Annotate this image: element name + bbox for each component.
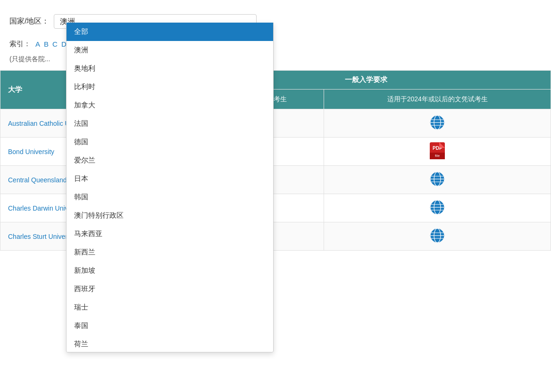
index-link-B[interactable]: B bbox=[43, 40, 50, 48]
index-label: 索引： bbox=[9, 40, 31, 49]
dropdown-item[interactable]: 澳洲 bbox=[67, 41, 273, 59]
dropdown-item[interactable]: 澳门特别行政区 bbox=[67, 206, 273, 225]
after-2024-cell bbox=[324, 109, 551, 138]
dropdown-item[interactable]: 荷兰 bbox=[67, 335, 273, 352]
after-2024-cell: PDF file bbox=[324, 138, 551, 166]
after-2024-cell bbox=[324, 222, 551, 251]
svg-text:file: file bbox=[435, 154, 440, 158]
web-icon[interactable] bbox=[430, 200, 445, 215]
dropdown-item[interactable]: 泰国 bbox=[67, 317, 273, 335]
dropdown-item[interactable]: 新西兰 bbox=[67, 243, 273, 261]
col-header-after-2024: 适用于2024年或以后的文凭试考生 bbox=[324, 90, 551, 109]
dropdown-item[interactable]: 法国 bbox=[67, 114, 273, 133]
dropdown-item[interactable]: 爱尔兰 bbox=[67, 151, 273, 170]
page-container: 国家/地区： 澳洲 ⌄ 索引： ABCDEFGHIJKLMNOPQRSTUVWX… bbox=[0, 0, 551, 260]
dropdown-item[interactable]: 德国 bbox=[67, 133, 273, 151]
dropdown-item[interactable]: 全部 bbox=[67, 23, 273, 41]
web-icon[interactable] bbox=[430, 115, 445, 130]
dropdown-item[interactable]: 日本 bbox=[67, 170, 273, 188]
dropdown-item[interactable]: 比利时 bbox=[67, 78, 273, 96]
pdf-icon[interactable]: PDF file bbox=[430, 142, 445, 159]
dropdown-item[interactable]: 新加坡 bbox=[67, 261, 273, 280]
web-icon[interactable] bbox=[430, 228, 445, 243]
index-link-A[interactable]: A bbox=[34, 40, 41, 48]
dropdown-item[interactable]: 韩国 bbox=[67, 188, 273, 206]
dropdown-item[interactable]: 奥地利 bbox=[67, 59, 273, 78]
dropdown-overlay: 全部澳洲奥地利比利时加拿大法国德国爱尔兰日本韩国澳门特别行政区马来西亚新西兰新加… bbox=[66, 23, 274, 352]
web-icon[interactable] bbox=[430, 172, 445, 187]
country-label: 国家/地区： bbox=[9, 16, 49, 26]
after-2024-cell bbox=[324, 194, 551, 222]
dropdown-item[interactable]: 瑞士 bbox=[67, 298, 273, 317]
dropdown-item[interactable]: 马来西亚 bbox=[67, 225, 273, 243]
after-2024-cell bbox=[324, 166, 551, 194]
dropdown-item[interactable]: 加拿大 bbox=[67, 96, 273, 114]
dropdown-item[interactable]: 西班牙 bbox=[67, 280, 273, 298]
index-link-C[interactable]: C bbox=[51, 40, 58, 48]
university-link[interactable]: Bond University bbox=[8, 148, 54, 155]
